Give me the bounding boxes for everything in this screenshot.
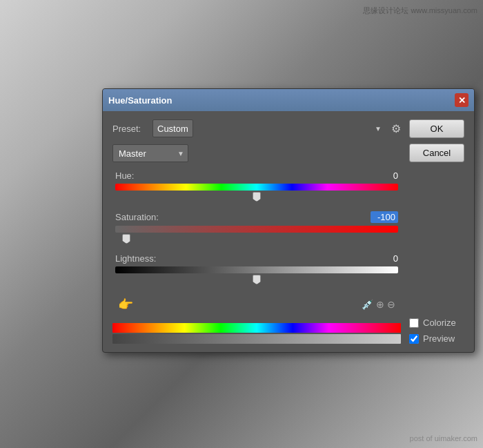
colorize-checkbox[interactable]	[409, 318, 419, 328]
hue-label-row: Hue: 0	[115, 171, 398, 181]
preview-checkbox[interactable]	[409, 334, 419, 344]
eyedropper-minus-icon[interactable]: ⊖	[387, 299, 395, 310]
lightness-label-row: Lightness: 0	[115, 253, 398, 264]
hue-thumb-container	[115, 192, 398, 202]
left-panel: Preset: Custom ⚙ Master	[112, 119, 401, 344]
channel-select[interactable]: Master	[112, 144, 188, 162]
colorize-row: Colorize	[409, 318, 464, 328]
hue-value: 0	[371, 171, 398, 181]
color-bars	[112, 323, 401, 344]
saturation-value: -100	[371, 211, 398, 223]
eyedropper-icon[interactable]: 💉	[362, 299, 373, 310]
hand-tool-icon[interactable]: 👉	[118, 297, 133, 312]
saturation-label: Saturation:	[115, 212, 159, 222]
preset-row: Preset: Custom ⚙	[112, 119, 401, 137]
watermark-bottom: post of uimaker.com	[410, 434, 477, 442]
lightness-thumb[interactable]	[253, 275, 261, 284]
gray-bar	[112, 334, 401, 344]
saturation-track	[115, 226, 398, 233]
hue-saturation-dialog: Hue/Saturation ✕ Preset: Custom ⚙ Master	[102, 88, 475, 353]
gear-icon[interactable]: ⚙	[391, 122, 401, 135]
preset-select-wrapper: Custom	[152, 119, 386, 137]
dialog-title: Hue/Saturation	[108, 95, 172, 106]
preview-row: Preview	[409, 333, 464, 344]
dialog-body: Preset: Custom ⚙ Master	[103, 111, 474, 352]
colorize-label: Colorize	[423, 318, 456, 328]
rainbow-bar	[112, 323, 401, 333]
saturation-thumb[interactable]	[122, 234, 130, 244]
lightness-label: Lightness:	[115, 253, 156, 264]
title-bar: Hue/Saturation ✕	[103, 89, 474, 111]
hue-track	[115, 184, 398, 191]
bottom-toolbar: 👉 💉 ⊕ ⊖	[112, 294, 401, 316]
lightness-slider-row: Lightness: 0	[115, 253, 398, 284]
right-panel: OK Cancel Colorize Preview	[409, 119, 464, 344]
preview-label: Preview	[423, 333, 455, 344]
preset-select[interactable]: Custom	[152, 119, 193, 137]
preset-label: Preset:	[112, 124, 147, 134]
saturation-thumb-container	[115, 234, 398, 244]
hue-slider-row: Hue: 0	[115, 171, 398, 202]
right-spacer	[409, 168, 464, 312]
cancel-button[interactable]: Cancel	[409, 144, 464, 162]
sample-icons: 💉 ⊕ ⊖	[362, 299, 395, 310]
eyedropper-plus-icon[interactable]: ⊕	[376, 299, 384, 310]
watermark-top: 思缘设计论坛 www.missyuan.com	[363, 6, 477, 16]
tool-icons: 👉	[118, 297, 133, 312]
saturation-slider-row: Saturation: -100	[115, 211, 398, 244]
hue-thumb[interactable]	[253, 192, 261, 202]
hue-label: Hue:	[115, 171, 134, 181]
lightness-thumb-container	[115, 275, 398, 284]
lightness-track	[115, 266, 398, 273]
close-button[interactable]: ✕	[455, 93, 469, 107]
channel-select-wrapper: Master	[112, 144, 188, 162]
lightness-value: 0	[371, 253, 398, 264]
saturation-label-row: Saturation: -100	[115, 211, 398, 223]
sliders-section: Hue: 0 Saturation: -100	[112, 171, 401, 284]
ok-button[interactable]: OK	[409, 119, 464, 138]
channel-row: Master	[112, 144, 401, 162]
